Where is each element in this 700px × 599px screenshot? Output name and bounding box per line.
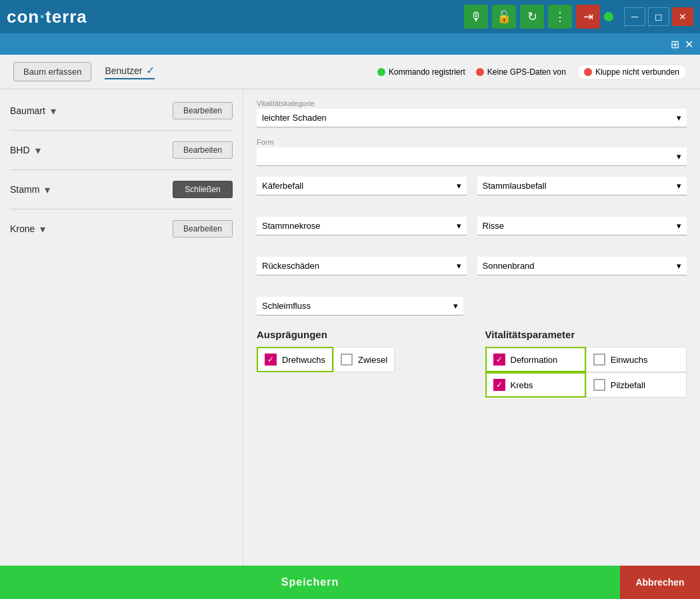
kluppe-dot — [584, 68, 592, 76]
baumart-label: Baumart — [10, 105, 45, 116]
deformation-checkbox[interactable]: ✓ — [493, 354, 505, 366]
vitality-dropdown[interactable]: leichter Schaden ▾ — [257, 109, 687, 127]
title-bar-right: 🎙 🔓 ↻ ⋮ ⇥ ─ ◻ ✕ — [464, 5, 693, 29]
sonnenbrand-chevron-icon: ▾ — [677, 261, 681, 271]
stammlausbefall-dropdown[interactable]: Stammlausbefall ▾ — [477, 177, 687, 195]
drehwuchs-item: ✓ Drehwuchs — [257, 347, 333, 372]
tree-item-krone: Krone ▾ Bearbeiten — [10, 217, 233, 240]
baumart-label-group: Baumart ▾ — [10, 105, 56, 117]
zwiesel-item: Zwiesel — [333, 347, 395, 372]
krebs-checkbox[interactable]: ✓ — [493, 379, 505, 391]
sonnenbrand-label: Sonnenbrand — [483, 261, 535, 271]
status-indicators: Kommando registriert Keine GPS-Daten von… — [377, 64, 687, 80]
benutzer-label: Benutzer — [105, 65, 142, 76]
auspraegungen-checkboxes: ✓ Drehwuchs Zwiesel — [257, 347, 459, 372]
krone-bearbeiten-button[interactable]: Bearbeiten — [173, 220, 233, 237]
auspraegungen-section: Ausprägungen ✓ Drehwuchs Zwiesel — [257, 329, 459, 398]
rueckeschaeden-group: Rückeschäden ▾ — [257, 257, 467, 275]
left-panel: Baumart ▾ Bearbeiten BHD ▾ Bearbeiten St… — [0, 89, 243, 566]
gps-dot — [476, 68, 484, 76]
baumart-bearbeiten-button[interactable]: Bearbeiten — [173, 102, 233, 119]
divider-2 — [10, 169, 233, 170]
vitality-field-group: Vitalitätskategorie leichter Schaden ▾ — [257, 99, 687, 127]
kluppe-text: Kluppe nicht verbunden — [595, 67, 679, 77]
stamm-chevron-icon: ▾ — [45, 183, 50, 196]
stammlausbefall-group: Stammlausbefall ▾ — [477, 177, 687, 195]
grid-icon[interactable]: ⊞ — [671, 38, 679, 51]
refresh-icon[interactable]: ↻ — [520, 5, 544, 29]
risse-dropdown[interactable]: Risse ▾ — [477, 217, 687, 235]
window-controls: ─ ◻ ✕ — [624, 7, 693, 26]
krebs-item: ✓ Krebs — [485, 372, 586, 398]
krebs-label: Krebs — [511, 380, 533, 390]
zwiesel-label: Zwiesel — [358, 355, 387, 365]
deformation-label: Deformation — [511, 355, 558, 365]
stamm-schliessen-button[interactable]: Schließen — [173, 181, 233, 198]
exit-icon[interactable]: ⇥ — [576, 5, 600, 29]
benutzer-tab[interactable]: Benutzer ✓ — [105, 64, 155, 79]
sonnenbrand-dropdown[interactable]: Sonnenbrand ▾ — [477, 257, 687, 275]
row-stammnekrose: Stammnekrose ▾ Risse ▾ — [257, 217, 687, 246]
checkboxes-section: Ausprägungen ✓ Drehwuchs Zwiesel Vitalit… — [257, 329, 687, 398]
logo: con·terra — [7, 6, 87, 27]
kaeferbefall-dropdown[interactable]: Käferbefall ▾ — [257, 177, 467, 195]
lock-icon[interactable]: 🔓 — [492, 5, 516, 29]
schleimfluss-dropdown[interactable]: Schleimfluss ▾ — [257, 297, 463, 316]
kaeferbefall-group: Käferbefall ▾ — [257, 177, 467, 195]
zwiesel-checkbox[interactable] — [341, 354, 353, 366]
schleimfluss-group: Schleimfluss ▾ — [257, 297, 463, 316]
speichern-button[interactable]: Speichern — [0, 566, 620, 599]
vitalitaetsparameter-section: Vitalitätsparameter ✓ Deformation Einwuc… — [485, 329, 687, 398]
microphone-icon[interactable]: 🎙 — [464, 5, 488, 29]
tree-item-bhd: BHD ▾ Bearbeiten — [10, 139, 233, 161]
row-kaeferbefall: Käferbefall ▾ Stammlausbefall ▾ — [257, 177, 687, 206]
stammnekrose-label: Stammnekrose — [262, 221, 320, 231]
einwuchs-checkbox[interactable] — [593, 354, 605, 366]
krone-label-group: Krone ▾ — [10, 223, 45, 235]
pilzbefall-checkbox[interactable] — [593, 379, 605, 391]
abbrechen-button[interactable]: Abbrechen — [620, 566, 700, 599]
stammlausbefall-label: Stammlausbefall — [483, 181, 547, 191]
divider-1 — [10, 130, 233, 131]
deformation-item: ✓ Deformation — [485, 347, 586, 372]
vitality-chevron-icon: ▾ — [677, 113, 681, 123]
main-content: Baumart ▾ Bearbeiten BHD ▾ Bearbeiten St… — [0, 89, 700, 566]
divider-3 — [10, 209, 233, 209]
title-bar: con·terra 🎙 🔓 ↻ ⋮ ⇥ ─ ◻ ✕ — [0, 0, 700, 33]
kluppe-indicator: Kluppe nicht verbunden — [577, 64, 687, 80]
kommando-indicator: Kommando registriert — [377, 67, 465, 77]
gps-text: Keine GPS-Daten von — [487, 67, 566, 77]
risse-group: Risse ▾ — [477, 217, 687, 235]
form-label: Form — [257, 138, 687, 146]
vitalitaetsparameter-title: Vitalitätsparameter — [485, 329, 687, 340]
baumart-chevron-icon: ▾ — [51, 105, 56, 117]
baum-erfassen-button[interactable]: Baum erfassen — [13, 62, 91, 81]
tree-item-stamm: Stamm ▾ Schließen — [10, 178, 233, 201]
bhd-bearbeiten-button[interactable]: Bearbeiten — [173, 141, 233, 159]
einwuchs-item: Einwuchs — [586, 347, 687, 372]
risse-chevron-icon: ▾ — [677, 221, 681, 231]
kaeferbefall-label: Käferbefall — [262, 181, 303, 191]
close-button[interactable]: ✕ — [672, 7, 693, 26]
bhd-label-group: BHD ▾ — [10, 144, 41, 157]
gps-indicator: Keine GPS-Daten von — [476, 67, 566, 77]
auspraegungen-title: Ausprägungen — [257, 329, 459, 340]
vitalitaet-checkboxes: ✓ Deformation Einwuchs ✓ Krebs Pilzbefal… — [485, 347, 687, 398]
sub-header: ⊞ ✕ — [0, 33, 700, 55]
row-rueckeschaeden: Rückeschäden ▾ Sonnenbrand ▾ — [257, 257, 687, 286]
maximize-button[interactable]: ◻ — [648, 7, 669, 26]
rueckeschaeden-dropdown[interactable]: Rückeschäden ▾ — [257, 257, 467, 275]
minimize-button[interactable]: ─ — [624, 7, 645, 26]
pilzbefall-item: Pilzbefall — [586, 372, 687, 398]
subheader-close-icon[interactable]: ✕ — [685, 38, 693, 51]
drehwuchs-checkbox[interactable]: ✓ — [265, 354, 277, 366]
form-chevron-icon: ▾ — [677, 151, 681, 161]
form-dropdown[interactable]: ▾ — [257, 147, 687, 166]
bhd-label: BHD — [10, 145, 30, 155]
form-field-group: Form ▾ — [257, 138, 687, 166]
sonnenbrand-group: Sonnenbrand ▾ — [477, 257, 687, 275]
menu-icon[interactable]: ⋮ — [548, 5, 572, 29]
stamm-label: Stamm — [10, 184, 39, 195]
stammnekrose-chevron-icon: ▾ — [457, 221, 461, 231]
stammnekrose-dropdown[interactable]: Stammnekrose ▾ — [257, 217, 467, 235]
